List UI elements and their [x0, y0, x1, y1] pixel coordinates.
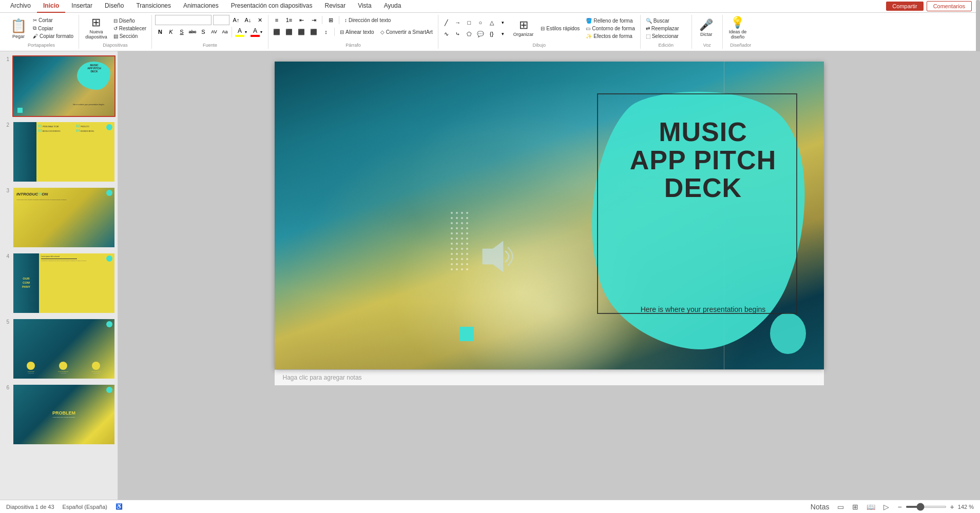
- share-button[interactable]: Compartir: [886, 2, 923, 11]
- ribbon-tabs: Archivo Inicio Insertar Diseño Transicio…: [0, 0, 980, 13]
- tab-vista[interactable]: Vista: [352, 0, 377, 13]
- case-button[interactable]: Aa: [220, 27, 230, 37]
- normal-view-button[interactable]: ▭: [836, 503, 846, 511]
- notes-bar[interactable]: Haga clic para agregar notas: [275, 369, 824, 385]
- comments-button[interactable]: Comentarios: [927, 1, 972, 11]
- paste-button[interactable]: 📋 Pegar: [7, 16, 30, 41]
- pentagon-tool[interactable]: ⬠: [464, 29, 474, 39]
- columns-button[interactable]: ⊞: [325, 15, 336, 25]
- spacing-button[interactable]: AV: [209, 27, 219, 37]
- oval-tool[interactable]: ○: [475, 17, 486, 28]
- underline-button[interactable]: S: [177, 27, 187, 37]
- tab-animaciones[interactable]: Animaciones: [177, 0, 225, 13]
- callout-tool[interactable]: 💬: [475, 29, 486, 39]
- effects-icon: ✨: [586, 33, 592, 39]
- layout-button[interactable]: ⊟ Diseño: [111, 17, 148, 24]
- increase-font-button[interactable]: A↑: [231, 15, 241, 25]
- replace-button[interactable]: ⇄ Reemplazar: [644, 25, 681, 32]
- svg-point-4: [466, 212, 468, 214]
- arrow-tool[interactable]: →: [453, 17, 463, 28]
- decrease-font-button[interactable]: A↓: [243, 15, 253, 25]
- highlight-color-button[interactable]: A ▾: [234, 27, 248, 37]
- format-painter-button[interactable]: 🖌 Copiar formato: [31, 33, 75, 40]
- slide-sorter-button[interactable]: ⊞: [851, 503, 860, 511]
- tab-presentacion[interactable]: Presentación con diapositivas: [225, 0, 319, 13]
- copy-button[interactable]: ⧉ Copiar: [31, 25, 75, 32]
- tab-inicio[interactable]: Inicio: [37, 0, 65, 13]
- design-ideas-button[interactable]: 💡 Ideas dediseño: [726, 15, 750, 42]
- slide-thumb-1[interactable]: MUSICAPP PITCHDECK Here is where your pr…: [12, 55, 116, 117]
- slide-thumb-5[interactable]: JOHN DOE Lorem ipsum IVAN PETERSON Lorem…: [12, 318, 116, 380]
- triangle-tool[interactable]: △: [487, 17, 497, 28]
- increase-indent-button[interactable]: ⇥: [309, 15, 319, 25]
- status-bar: Diapositiva 1 de 43 Español (España) ♿ N…: [0, 500, 980, 513]
- slide-number-5: 5: [2, 318, 9, 325]
- text-direction-button[interactable]: ↕ Dirección del texto: [342, 17, 393, 24]
- slide-item-4[interactable]: 4 OURCOMPANY Lorem ipsum dolor sit amet …: [2, 252, 116, 314]
- zoom-slider[interactable]: [906, 506, 947, 508]
- svg-point-0: [770, 313, 806, 354]
- rect-tool[interactable]: □: [464, 17, 474, 28]
- curve-tool[interactable]: ∿: [441, 29, 452, 39]
- slide-panel[interactable]: 1 MUSICAPP PITCHDECK Here is where your …: [0, 51, 118, 509]
- slide-item-2[interactable]: 2 01 PROBLEMA AL TOCAR 02 PRODUCTO 03 MO…: [2, 121, 116, 183]
- slide-thumb-2[interactable]: 01 PROBLEMA AL TOCAR 02 PRODUCTO 03 MODE…: [12, 121, 116, 183]
- strikethrough-button[interactable]: abc: [187, 27, 198, 37]
- more-shapes-btn[interactable]: ▾: [498, 17, 508, 28]
- zoom-in-button[interactable]: +: [949, 503, 956, 511]
- line-tool[interactable]: ╱: [441, 17, 452, 28]
- equation-tool[interactable]: {}: [487, 29, 497, 39]
- italic-button[interactable]: K: [166, 27, 176, 37]
- slide-item-3[interactable]: 3 INTRODUCTION Lorem ipsum dolor sit ame…: [2, 187, 116, 248]
- slide-item-6[interactable]: 6 PROBLEM Lorem ipsum dolor sit amet con…: [2, 384, 116, 445]
- clear-format-button[interactable]: ✕: [255, 15, 265, 25]
- slide-item-1[interactable]: 1 MUSICAPP PITCHDECK Here is where your …: [2, 55, 116, 117]
- slideshow-button[interactable]: ▷: [882, 503, 891, 511]
- organize-button[interactable]: ⊞ Organizar: [510, 17, 537, 39]
- tab-diseno[interactable]: Diseño: [99, 0, 130, 13]
- slide-item-5[interactable]: 5 JOHN DOE Lorem ipsum IVAN PETERSON Lor…: [2, 318, 116, 380]
- more-btn2[interactable]: ▾: [498, 29, 508, 39]
- quick-styles-button[interactable]: ⊟ Estilos rápidos: [539, 25, 582, 32]
- slide-canvas[interactable]: MUSICAPP PITCHDECK Here is where your pr…: [275, 62, 824, 369]
- reading-view-button[interactable]: 📖: [865, 503, 877, 511]
- shape-effects-button[interactable]: ✨ Efectos de forma: [584, 33, 637, 40]
- dictate-button[interactable]: 🎤 Dictar: [695, 17, 718, 39]
- font-name-input[interactable]: [155, 15, 212, 25]
- align-center-button[interactable]: ⬛: [284, 27, 294, 37]
- align-right-button[interactable]: ⬛: [296, 27, 306, 37]
- font-size-input[interactable]: [213, 15, 229, 25]
- shape-fill-button[interactable]: 🪣 Relleno de forma: [584, 17, 637, 24]
- notes-toggle-button[interactable]: Notas: [809, 503, 831, 511]
- new-slide-button[interactable]: ⊞ Nuevadiapositiva: [82, 15, 110, 42]
- cut-button[interactable]: ✂ Cortar: [31, 17, 75, 24]
- find-button[interactable]: 🔍 Buscar: [644, 17, 681, 24]
- font-color-button[interactable]: A ▾: [249, 27, 264, 37]
- align-left-button[interactable]: ⬛: [272, 27, 282, 37]
- slide-thumb-4[interactable]: OURCOMPANY Lorem ipsum dolor sit amet Co…: [12, 252, 116, 314]
- tab-insertar[interactable]: Insertar: [65, 0, 99, 13]
- justify-button[interactable]: ⬛: [309, 27, 319, 37]
- bold-button[interactable]: N: [155, 27, 165, 37]
- slide-thumb-6[interactable]: PROBLEM Lorem ipsum dolor sit amet conse…: [12, 384, 116, 445]
- connector-tool[interactable]: ⤷: [453, 29, 463, 39]
- align-text-button[interactable]: ⊟ Alinear texto: [338, 29, 376, 35]
- svg-point-3: [461, 212, 463, 214]
- shape-outline-button[interactable]: ▭ Contorno de forma: [584, 25, 637, 32]
- reset-button[interactable]: ↺ Restablecer: [111, 25, 148, 32]
- slide-thumb-3[interactable]: INTRODUCTION Lorem ipsum dolor sit amet …: [12, 187, 116, 248]
- tab-transiciones[interactable]: Transiciones: [130, 0, 177, 13]
- zoom-out-button[interactable]: −: [896, 503, 903, 511]
- section-button[interactable]: ▤ Sección: [111, 33, 148, 40]
- shadow-button[interactable]: S: [198, 27, 208, 37]
- smartart-button[interactable]: ◇ Convertir a SmartArt: [378, 29, 435, 35]
- bullets-button[interactable]: ≡: [272, 15, 282, 25]
- numbering-button[interactable]: 1≡: [284, 15, 294, 25]
- tab-archivo[interactable]: Archivo: [4, 0, 37, 13]
- canvas-area[interactable]: MUSICAPP PITCHDECK Here is where your pr…: [118, 51, 980, 509]
- tab-revisar[interactable]: Revisar: [318, 0, 352, 13]
- select-button[interactable]: ⬚ Seleccionar: [644, 33, 681, 40]
- decrease-indent-button[interactable]: ⇤: [296, 15, 306, 25]
- line-spacing-button[interactable]: ↕: [321, 27, 331, 37]
- tab-ayuda[interactable]: Ayuda: [378, 0, 408, 13]
